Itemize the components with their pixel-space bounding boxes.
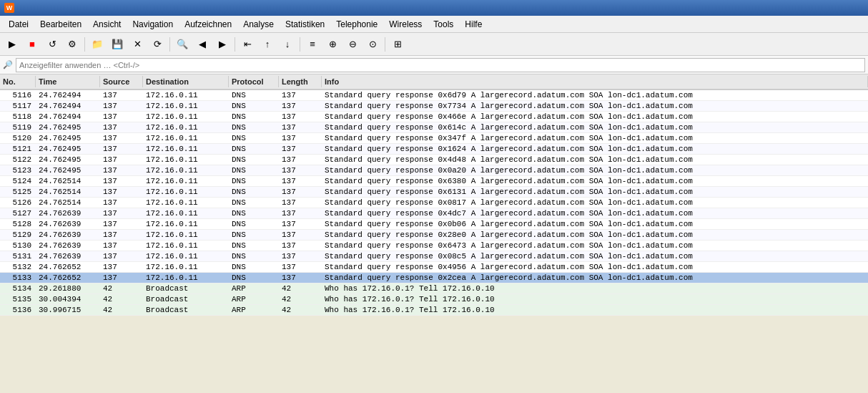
table-row[interactable]: 512624.762514137172.16.0.11DNS137Standar… xyxy=(0,198,868,208)
menu-item-hilfe[interactable]: Hilfe xyxy=(459,18,488,31)
cell-time: 24.762494 xyxy=(36,90,100,100)
table-row[interactable]: 511624.762494137172.16.0.11DNS137Standar… xyxy=(0,90,868,101)
cell-src: 137 xyxy=(100,176,143,186)
save[interactable]: 💾 xyxy=(108,36,127,53)
table-row[interactable]: 513224.762652137172.16.0.11DNS137Standar… xyxy=(0,262,868,273)
cell-dst: 172.16.0.11 xyxy=(143,198,229,208)
cell-no: 5121 xyxy=(0,144,36,154)
filterbar: 🔎 xyxy=(0,56,868,74)
cell-info: Standard query response 0x08c5 A largere… xyxy=(322,251,868,261)
go-prev[interactable]: ↑ xyxy=(258,36,277,53)
menu-item-datei[interactable]: Datei xyxy=(3,18,34,31)
table-row[interactable]: 512924.762639137172.16.0.11DNS137Standar… xyxy=(0,230,868,241)
cell-dst: 172.16.0.11 xyxy=(143,241,229,251)
cell-time: 24.762639 xyxy=(36,230,100,240)
table-row[interactable]: 512524.762514137172.16.0.11DNS137Standar… xyxy=(0,187,868,198)
options[interactable]: ⚙ xyxy=(63,36,82,53)
cell-time: 24.762495 xyxy=(36,165,100,175)
table-row[interactable]: 512024.762495137172.16.0.11DNS137Standar… xyxy=(0,133,868,144)
cell-len: 137 xyxy=(279,198,322,208)
open[interactable]: 📁 xyxy=(88,36,107,53)
table-row[interactable]: 512224.762495137172.16.0.11DNS137Standar… xyxy=(0,155,868,165)
menu-item-analyse[interactable]: Analyse xyxy=(237,18,280,31)
table-row[interactable]: 512324.762495137172.16.0.11DNS137Standar… xyxy=(0,165,868,176)
menu-item-tools[interactable]: Tools xyxy=(428,18,459,31)
cell-no: 5117 xyxy=(0,101,36,111)
start-capture[interactable]: ▶ xyxy=(3,36,21,53)
cell-src: 137 xyxy=(100,198,143,208)
cell-no: 5132 xyxy=(0,262,36,272)
cell-proto: DNS xyxy=(229,251,279,261)
menu-item-aufzeichnen[interactable]: Aufzeichnen xyxy=(179,18,237,31)
table-row[interactable]: 513630.99671542BroadcastARP42Who has 172… xyxy=(0,305,868,316)
table-row[interactable]: 512724.762639137172.16.0.11DNS137Standar… xyxy=(0,208,868,219)
zoom-reset[interactable]: ⊙ xyxy=(363,36,382,53)
menu-item-navigation[interactable]: Navigation xyxy=(127,18,179,31)
cell-time: 24.762639 xyxy=(36,208,100,218)
cell-proto: DNS xyxy=(229,176,279,186)
table-row[interactable]: 512424.762514137172.16.0.11DNS137Standar… xyxy=(0,176,868,187)
table-row[interactable]: 512824.762639137172.16.0.11DNS137Standar… xyxy=(0,219,868,230)
cell-src: 42 xyxy=(100,294,143,304)
cell-no: 5131 xyxy=(0,251,36,261)
cell-src: 137 xyxy=(100,187,143,197)
resize[interactable]: ⊞ xyxy=(388,36,407,53)
cell-time: 30.996715 xyxy=(36,305,100,315)
table-row[interactable]: 513124.762639137172.16.0.11DNS137Standar… xyxy=(0,251,868,262)
cell-time: 24.762652 xyxy=(36,273,100,283)
cell-info: Standard query response 0x28e0 A largere… xyxy=(322,230,868,240)
table-row[interactable]: 511724.762494137172.16.0.11DNS137Standar… xyxy=(0,101,868,112)
cell-time: 24.762639 xyxy=(36,251,100,261)
cell-src: 137 xyxy=(100,241,143,251)
col-length: Length xyxy=(279,76,322,87)
table-row[interactable]: 512124.762495137172.16.0.11DNS137Standar… xyxy=(0,144,868,155)
cell-len: 42 xyxy=(279,294,322,304)
go-first[interactable]: ⇤ xyxy=(238,36,257,53)
menu-item-bearbeiten[interactable]: Bearbeiten xyxy=(34,18,87,31)
go-next[interactable]: ↓ xyxy=(278,36,297,53)
table-row[interactable]: 513429.26188042BroadcastARP42Who has 172… xyxy=(0,283,868,294)
col-destination: Destination xyxy=(143,76,229,87)
cell-len: 137 xyxy=(279,251,322,261)
table-row[interactable]: 513024.762639137172.16.0.11DNS137Standar… xyxy=(0,241,868,251)
titlebar: W xyxy=(0,0,868,16)
filter-icon: 🔎 xyxy=(3,60,13,69)
cell-no: 5122 xyxy=(0,155,36,165)
menu-item-ansicht[interactable]: Ansicht xyxy=(87,18,127,31)
menu-item-telephonie[interactable]: Telephonie xyxy=(330,18,383,31)
cell-time: 24.762495 xyxy=(36,144,100,154)
table-row[interactable]: 513324.762652137172.16.0.11DNS137Standar… xyxy=(0,273,868,283)
cell-src: 137 xyxy=(100,230,143,240)
cell-dst: 172.16.0.11 xyxy=(143,187,229,197)
cell-dst: 172.16.0.11 xyxy=(143,165,229,175)
cell-src: 137 xyxy=(100,122,143,132)
close[interactable]: ✕ xyxy=(128,36,147,53)
cell-len: 137 xyxy=(279,155,322,165)
reload[interactable]: ⟳ xyxy=(148,36,167,53)
table-row[interactable]: 511824.762494137172.16.0.11DNS137Standar… xyxy=(0,112,868,122)
forward[interactable]: ▶ xyxy=(213,36,232,53)
table-row[interactable]: 511924.762495137172.16.0.11DNS137Standar… xyxy=(0,122,868,133)
cell-proto: DNS xyxy=(229,219,279,229)
menu-item-wireless[interactable]: Wireless xyxy=(383,18,428,31)
back[interactable]: ◀ xyxy=(193,36,212,53)
cell-src: 137 xyxy=(100,219,143,229)
find[interactable]: 🔍 xyxy=(173,36,192,53)
table-row[interactable]: 513530.00439442BroadcastARP42Who has 172… xyxy=(0,294,868,305)
filter-input[interactable] xyxy=(16,58,865,72)
restart-capture[interactable]: ↺ xyxy=(43,36,61,53)
cell-proto: DNS xyxy=(229,262,279,272)
cell-len: 137 xyxy=(279,219,322,229)
cell-dst: Broadcast xyxy=(143,294,229,304)
cell-no: 5133 xyxy=(0,273,36,283)
stop-capture[interactable]: ■ xyxy=(23,36,41,53)
colorize[interactable]: ≡ xyxy=(303,36,322,53)
menu-item-statistiken[interactable]: Statistiken xyxy=(280,18,330,31)
zoom-out[interactable]: ⊖ xyxy=(343,36,362,53)
col-source: Source xyxy=(100,76,143,87)
zoom-in[interactable]: ⊕ xyxy=(323,36,342,53)
cell-dst: 172.16.0.11 xyxy=(143,230,229,240)
cell-info: Standard query response 0x1624 A largere… xyxy=(322,144,868,154)
cell-no: 5126 xyxy=(0,198,36,208)
cell-len: 137 xyxy=(279,133,322,143)
